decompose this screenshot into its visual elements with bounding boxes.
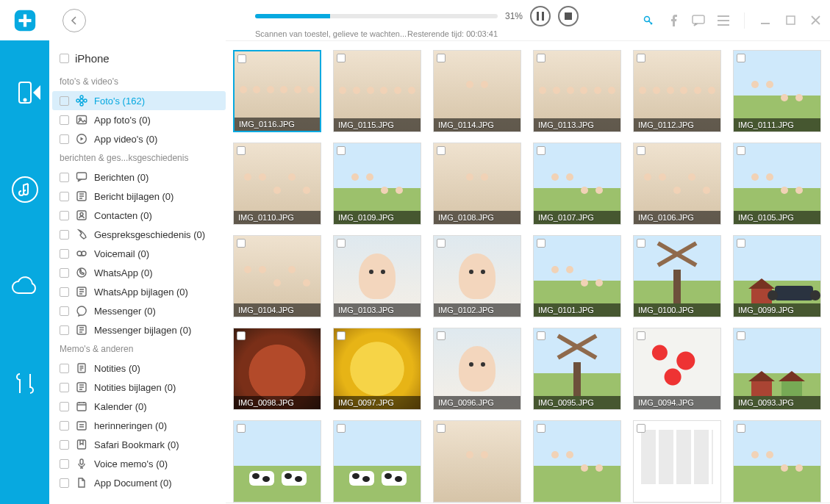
rail-music-icon[interactable]: [10, 174, 40, 205]
tree-item-checkbox[interactable]: [60, 364, 69, 373]
thumbnail[interactable]: [233, 420, 321, 503]
thumbnail-checkbox[interactable]: [337, 54, 346, 62]
thumbnail[interactable]: IMG_0103.JPG: [333, 235, 421, 317]
maximize-button[interactable]: [783, 13, 798, 28]
thumbnail-checkbox[interactable]: [237, 146, 246, 155]
minimize-button[interactable]: [758, 13, 773, 28]
thumbnail-checkbox[interactable]: [637, 239, 645, 248]
thumbnail-checkbox[interactable]: [637, 331, 645, 340]
tree-item-wa-attach[interactable]: WhatsApp bijlagen (0): [52, 282, 226, 301]
thumbnail[interactable]: IMG_0107.JPG: [533, 143, 621, 225]
thumbnail[interactable]: [533, 420, 621, 503]
thumbnail-checkbox[interactable]: [737, 54, 745, 62]
tree-item-callhist[interactable]: Gespreksgeschiedenis (0): [52, 225, 226, 244]
feedback-icon[interactable]: [691, 13, 706, 28]
thumbnail[interactable]: IMG_0111.JPG: [733, 50, 821, 132]
thumbnail-checkbox[interactable]: [537, 54, 545, 62]
rail-device-icon[interactable]: [10, 77, 40, 108]
thumbnail-checkbox[interactable]: [637, 146, 645, 155]
back-button[interactable]: [62, 9, 86, 32]
tree-item-checkbox[interactable]: [60, 459, 69, 469]
thumbnail-checkbox[interactable]: [437, 331, 446, 340]
thumbnail[interactable]: IMG_0102.JPG: [433, 235, 521, 317]
tree-item-checkbox[interactable]: [60, 268, 69, 278]
tree-item-messenger[interactable]: Messenger (0): [52, 301, 226, 320]
rail-tools-icon[interactable]: [10, 368, 40, 399]
device-header[interactable]: iPhone: [52, 49, 226, 72]
thumbnail[interactable]: IMG_0106.JPG: [633, 143, 721, 225]
tree-item-checkbox[interactable]: [60, 230, 69, 240]
thumbnail-checkbox[interactable]: [437, 424, 446, 433]
thumbnail-checkbox[interactable]: [537, 424, 545, 433]
tree-item-reminders[interactable]: herinneringen (0): [52, 416, 226, 435]
tree-item-msgr-attach[interactable]: Messenger bijlagen (0): [52, 320, 226, 339]
tree-item-appdoc[interactable]: App Document (0): [52, 473, 226, 492]
thumbnail[interactable]: IMG_0101.JPG: [533, 235, 621, 317]
thumbnail-checkbox[interactable]: [637, 54, 645, 62]
thumbnail[interactable]: IMG_0093.JPG: [733, 328, 821, 410]
thumbnail[interactable]: IMG_0112.JPG: [633, 50, 721, 132]
pause-button[interactable]: [530, 6, 551, 26]
thumbnail[interactable]: IMG_0094.JPG: [633, 328, 721, 410]
thumbnail-checkbox[interactable]: [237, 239, 246, 248]
thumbnail-checkbox[interactable]: [337, 146, 346, 155]
thumbnail-checkbox[interactable]: [537, 146, 545, 155]
tree-item-app-photos[interactable]: App foto's (0): [52, 110, 226, 129]
thumbnail[interactable]: IMG_0108.JPG: [433, 143, 521, 225]
thumbnail[interactable]: IMG_0096.JPG: [433, 328, 521, 410]
thumbnail-checkbox[interactable]: [537, 239, 545, 248]
tree-item-checkbox[interactable]: [60, 287, 69, 297]
thumbnail-checkbox[interactable]: [437, 239, 446, 248]
thumbnail-checkbox[interactable]: [237, 54, 246, 63]
thumbnail[interactable]: [333, 420, 421, 503]
thumbnail[interactable]: IMG_0100.JPG: [633, 235, 721, 317]
tree-item-checkbox[interactable]: [60, 325, 69, 335]
rail-cloud-icon[interactable]: [10, 271, 40, 302]
thumbnail[interactable]: IMG_0115.JPG: [333, 50, 421, 132]
tree-item-safari[interactable]: Safari Bookmark (0): [52, 435, 226, 454]
tree-item-checkbox[interactable]: [60, 134, 69, 144]
thumbnail-checkbox[interactable]: [737, 331, 745, 340]
thumbnail[interactable]: [733, 420, 821, 503]
close-button[interactable]: [808, 13, 823, 28]
stop-button[interactable]: [558, 6, 579, 26]
menu-icon[interactable]: [716, 13, 731, 28]
tree-item-notes-attach[interactable]: Notities bijlagen (0): [52, 378, 226, 397]
tree-item-voicemail[interactable]: Voicemail (0): [52, 244, 226, 263]
thumbnail-checkbox[interactable]: [737, 146, 745, 155]
thumbnail[interactable]: [633, 420, 721, 503]
thumbnail-checkbox[interactable]: [437, 54, 446, 62]
thumbnail-checkbox[interactable]: [337, 239, 346, 248]
thumbnail[interactable]: IMG_0109.JPG: [333, 143, 421, 225]
tree-item-checkbox[interactable]: [60, 383, 69, 392]
tree-item-checkbox[interactable]: [60, 192, 69, 201]
tree-item-checkbox[interactable]: [60, 306, 69, 316]
tree-item-checkbox[interactable]: [60, 115, 69, 125]
thumbnail-checkbox[interactable]: [437, 146, 446, 155]
thumbnail[interactable]: IMG_0113.JPG: [533, 50, 621, 132]
thumbnail[interactable]: IMG_0105.JPG: [733, 143, 821, 225]
tree-item-notes[interactable]: Notities (0): [52, 359, 226, 378]
tree-item-app-videos[interactable]: App video's (0): [52, 129, 226, 148]
thumbnail-checkbox[interactable]: [237, 331, 246, 340]
thumbnail[interactable]: IMG_0099.JPG: [733, 235, 821, 317]
thumbnail[interactable]: IMG_0110.JPG: [233, 143, 321, 225]
thumbnail-checkbox[interactable]: [337, 331, 346, 340]
thumbnail-checkbox[interactable]: [237, 424, 246, 433]
tree-item-photos[interactable]: Foto's (162): [52, 91, 226, 110]
thumbnail-checkbox[interactable]: [637, 424, 645, 433]
thumbnail[interactable]: IMG_0098.JPG: [233, 328, 321, 410]
tree-item-checkbox[interactable]: [60, 173, 69, 182]
tree-item-checkbox[interactable]: [60, 249, 69, 259]
thumbnail[interactable]: IMG_0097.JPG: [333, 328, 421, 410]
tree-item-messages[interactable]: Berichten (0): [52, 168, 226, 187]
tree-item-checkbox[interactable]: [60, 440, 69, 450]
thumbnail[interactable]: IMG_0114.JPG: [433, 50, 521, 132]
tree-item-whatsapp[interactable]: WhatsApp (0): [52, 263, 226, 282]
tree-item-checkbox[interactable]: [60, 211, 69, 220]
tree-item-voicememo[interactable]: Voice memo's (0): [52, 454, 226, 473]
thumbnail-checkbox[interactable]: [337, 424, 346, 433]
key-icon[interactable]: [641, 13, 656, 28]
device-checkbox[interactable]: [60, 54, 69, 63]
thumbnail-checkbox[interactable]: [737, 424, 745, 433]
